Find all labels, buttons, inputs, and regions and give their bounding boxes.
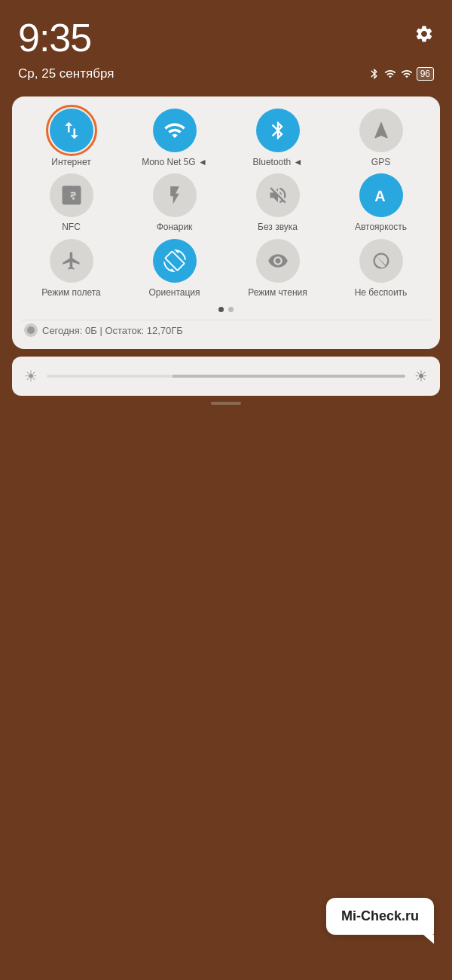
dnd-icon-bg bbox=[359, 239, 403, 283]
flashlight-label: Фонарик bbox=[157, 222, 193, 232]
nfc-icon bbox=[60, 184, 83, 207]
watermark: Mi-Check.ru bbox=[326, 898, 434, 935]
tile-airplane[interactable]: Режим полета bbox=[21, 239, 121, 298]
tile-flashlight[interactable]: Фонарик bbox=[124, 173, 224, 232]
silent-label: Без звука bbox=[258, 222, 298, 232]
orientation-icon bbox=[163, 250, 186, 272]
tile-autobright[interactable]: A Автояркость bbox=[331, 173, 431, 232]
storage-text: Сегодня: 0Б | Остаток: 12,70ГБ bbox=[42, 325, 183, 336]
airplane-icon bbox=[61, 250, 82, 271]
dot-2 bbox=[228, 307, 234, 312]
flashlight-icon-bg bbox=[153, 173, 197, 217]
gps-icon bbox=[371, 120, 392, 141]
date-row: Ср, 25 сентября 96 bbox=[0, 63, 452, 93]
autobright-label: Автояркость bbox=[355, 222, 407, 232]
wifi-label: Mono Net 5G ◄ bbox=[142, 157, 207, 167]
gps-label: GPS bbox=[371, 157, 390, 167]
drag-handle[interactable] bbox=[211, 402, 241, 405]
dot-1 bbox=[218, 307, 224, 312]
tile-wifi[interactable]: Mono Net 5G ◄ bbox=[124, 109, 224, 167]
clock: 9:35 bbox=[18, 18, 91, 57]
page-dots bbox=[21, 307, 431, 312]
silent-icon-bg bbox=[256, 173, 300, 217]
svg-point-1 bbox=[27, 326, 35, 334]
gps-icon-bg bbox=[359, 109, 403, 152]
nfc-label: NFC bbox=[62, 222, 81, 232]
wifi-status-icon bbox=[400, 68, 414, 80]
orientation-icon-bg bbox=[153, 239, 197, 283]
signal-icon bbox=[383, 68, 397, 80]
tile-readmode[interactable]: Режим чтения bbox=[228, 239, 328, 298]
brightness-high-icon: ☀ bbox=[414, 367, 428, 385]
orientation-label: Ориентация bbox=[148, 287, 200, 298]
readmode-label: Режим чтения bbox=[248, 287, 307, 298]
tile-internet[interactable]: Интернет bbox=[21, 109, 121, 167]
dnd-label: Не беспоить bbox=[355, 287, 408, 298]
tile-silent[interactable]: Без звука bbox=[228, 173, 328, 232]
internet-icon bbox=[60, 119, 83, 142]
flashlight-icon bbox=[164, 185, 185, 206]
tiles-grid: Интернет Mono Net 5G ◄ Bluetooth ◄ bbox=[21, 109, 431, 298]
silent-icon bbox=[267, 185, 289, 206]
internet-icon-bg bbox=[50, 109, 93, 152]
bluetooth-icon-bg bbox=[256, 109, 300, 152]
airplane-icon-bg bbox=[50, 239, 93, 283]
storage-icon bbox=[24, 323, 38, 337]
internet-label: Интернет bbox=[51, 157, 90, 167]
date: Ср, 25 сентября bbox=[18, 66, 114, 81]
tile-orientation[interactable]: Ориентация bbox=[124, 239, 224, 298]
readmode-icon-bg bbox=[256, 239, 300, 283]
nfc-icon-bg bbox=[50, 173, 93, 217]
storage-info: Сегодня: 0Б | Остаток: 12,70ГБ bbox=[21, 320, 431, 340]
tile-nfc[interactable]: NFC bbox=[21, 173, 121, 232]
brightness-slider[interactable] bbox=[47, 375, 405, 378]
right-status: 96 bbox=[368, 67, 434, 81]
svg-text:A: A bbox=[374, 188, 385, 204]
bluetooth-status-icon bbox=[368, 68, 380, 80]
wifi-icon-bg bbox=[153, 109, 197, 152]
bluetooth-tile-icon bbox=[267, 120, 289, 141]
tile-gps[interactable]: GPS bbox=[331, 109, 431, 167]
quick-settings-panel: Интернет Mono Net 5G ◄ Bluetooth ◄ bbox=[12, 96, 440, 349]
wifi-icon bbox=[163, 119, 186, 142]
autobright-icon-bg: A bbox=[359, 173, 403, 217]
bluetooth-label: Bluetooth ◄ bbox=[253, 157, 303, 167]
tile-dnd[interactable]: Не беспоить bbox=[331, 239, 431, 298]
brightness-panel: ☀ ☀ bbox=[12, 357, 440, 396]
dnd-icon bbox=[371, 250, 392, 271]
brightness-low-icon: ☀ bbox=[24, 367, 38, 385]
autobright-icon: A bbox=[370, 184, 392, 207]
tile-bluetooth[interactable]: Bluetooth ◄ bbox=[228, 109, 328, 167]
battery-indicator: 96 bbox=[417, 67, 434, 81]
airplane-label: Режим полета bbox=[41, 287, 101, 298]
readmode-icon bbox=[267, 250, 289, 271]
settings-icon[interactable] bbox=[414, 24, 434, 44]
status-icons bbox=[414, 18, 434, 44]
status-bar: 9:35 bbox=[0, 0, 452, 63]
